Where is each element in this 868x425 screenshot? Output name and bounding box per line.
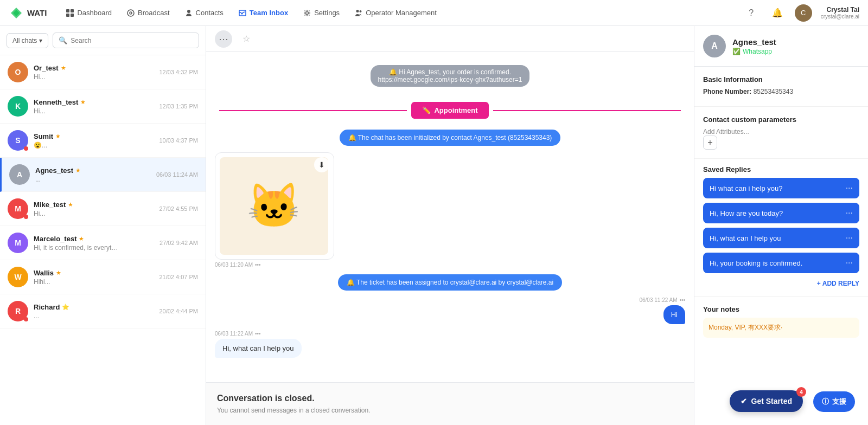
get-started-badge: 4 — [796, 387, 806, 397]
chat-item-wallis[interactable]: W Wallis ★ Hihi... 21/02 4:07 PM — [0, 260, 206, 294]
chat-item-marcelo[interactable]: M Marcelo_test ★ Hi, it is confirmed, is… — [0, 226, 206, 260]
left-divider — [219, 110, 407, 111]
support-label: 支援 — [832, 397, 846, 407]
main-layout: All chats ▾ 🔍 O Or_test ★ Hi... 12 — [0, 26, 868, 425]
chat-preview: Hi, it is confirmed, is everything ok?..… — [34, 244, 120, 252]
add-attribute-button[interactable]: + — [703, 136, 717, 150]
image-message: 🐱 ⬇ 06/03 11:20 AM ••• — [215, 152, 685, 268]
chat-avatar: R — [8, 301, 28, 321]
reply-text: Hi, your booking is confirmed. — [710, 259, 802, 267]
chat-time: 06/03 11:24 AM — [156, 171, 198, 178]
logo: WATI — [9, 5, 47, 21]
chat-preview: Hi... — [34, 210, 120, 217]
support-icon: ⓘ — [822, 397, 829, 407]
add-attr-row: Add Attributes... — [703, 128, 859, 136]
contact-name: Agnes_test — [732, 37, 776, 47]
chat-name: Marcelo_test — [34, 235, 76, 243]
right-divider — [493, 110, 681, 111]
chat-preview: ... — [34, 312, 120, 320]
logo-text: WATI — [27, 8, 47, 17]
reply-item-2[interactable]: Hi, what can I help you ··· — [703, 228, 859, 248]
reply-text: Hi what can i help you? — [710, 184, 782, 192]
search-input[interactable] — [71, 37, 193, 44]
chat-time: 10/03 4:37 PM — [159, 137, 198, 144]
chat-time: 20/02 4:44 PM — [159, 308, 198, 314]
chat-preview: Hi... — [34, 73, 120, 81]
star-icon: ★ — [75, 167, 81, 174]
reply-item-3[interactable]: Hi, your booking is confirmed. ··· — [703, 253, 859, 273]
user-email: crystal@clare.ai — [821, 14, 859, 20]
star-icon: ★ — [61, 65, 66, 72]
filter-label: All chats — [12, 37, 37, 44]
star-icon: ⭐ — [62, 304, 69, 311]
add-reply-button[interactable]: + ADD REPLY — [703, 278, 859, 289]
chat-name-row: Sumit ★ — [34, 132, 154, 140]
star-icon: ★ — [79, 235, 84, 242]
whatsapp-label: Whatsapp — [743, 48, 772, 55]
notifications-button[interactable]: 🔔 — [769, 4, 786, 22]
chat-avatar: A — [9, 164, 30, 185]
whatsapp-icon: ✅ — [732, 48, 741, 55]
system-bubble: 🔔 Hi Agnes_test, your order is confirmed… — [371, 65, 530, 87]
closed-footer: Conversation is closed. You cannot send … — [206, 382, 694, 425]
chat-item-kenneth[interactable]: K Kenneth_test ★ Hi... 12/03 1:35 PM — [0, 89, 206, 124]
out-text: Hi — [671, 311, 678, 319]
chat-time: 12/03 1:35 PM — [159, 103, 198, 110]
sidebar-header: All chats ▾ 🔍 — [0, 26, 206, 55]
more-options-button[interactable]: ⋯ — [215, 30, 232, 48]
nav-contacts[interactable]: Contacts — [178, 5, 230, 20]
reply-item-1[interactable]: Hi, How are you today? ··· — [703, 203, 859, 223]
chat-name-row: Mike_test ★ — [34, 201, 154, 209]
chat-name: Or_test — [34, 64, 59, 72]
nav-team-inbox[interactable]: Team Inbox — [232, 5, 295, 20]
assigned-bubble: 🔔 The ticket has been assigned to crysta… — [338, 274, 562, 291]
svg-rect-1 — [71, 9, 74, 12]
reply-item-0[interactable]: Hi what can i help you? ··· — [703, 178, 859, 198]
support-button[interactable]: ⓘ 支援 — [813, 391, 855, 412]
contact-info: Agnes_test ✅ Whatsapp — [732, 37, 776, 55]
reply-more-icon[interactable]: ··· — [846, 208, 853, 218]
nav-items: Dashboard Broadcast Contacts Team Inbox … — [60, 5, 729, 20]
nav-operator[interactable]: Operator Management — [348, 5, 443, 20]
chat-item-or_test[interactable]: O Or_test ★ Hi... 12/03 4:32 PM — [0, 55, 206, 89]
note-text: Monday, VIP, 有XXX要求· — [703, 318, 859, 338]
dots-icon-3: ••• — [255, 331, 261, 337]
init-bubble: 🔔 The chat has been initialized by conta… — [340, 130, 561, 146]
chat-filter-dropdown[interactable]: All chats ▾ — [7, 33, 48, 48]
reply-more-icon[interactable]: ··· — [846, 258, 853, 268]
user-info: Crystal Tai crystal@clare.ai — [821, 6, 859, 20]
get-started-button[interactable]: ✔ Get Started 4 — [730, 390, 803, 412]
messages-container: 🔔 Hi Agnes_test, your order is confirmed… — [206, 52, 694, 382]
chat-item-sumit[interactable]: S Sumit ★ 😮... 10/03 4:37 PM — [0, 124, 206, 158]
sidebar: All chats ▾ 🔍 O Or_test ★ Hi... 12 — [0, 26, 206, 425]
assigned-message: 🔔 The ticket has been assigned to crysta… — [215, 274, 685, 291]
in-text: Hi, what can I help you — [222, 344, 294, 352]
chat-avatar: M — [8, 198, 28, 219]
reply-more-icon[interactable]: ··· — [846, 233, 853, 243]
chat-item-richard[interactable]: R Richard ⭐ ... 20/02 4:44 PM — [0, 294, 206, 329]
chat-avatar: W — [8, 267, 28, 287]
chat-item-mike[interactable]: M Mike_test ★ Hi... 27/02 4:55 PM — [0, 192, 206, 226]
nav-dashboard[interactable]: Dashboard — [60, 5, 118, 20]
chat-avatar: O — [8, 62, 28, 82]
bell-icon-3: 🔔 — [347, 279, 356, 286]
star-icon: ★ — [68, 201, 73, 208]
download-button[interactable]: ⬇ — [314, 157, 329, 172]
chat-list: O Or_test ★ Hi... 12/03 4:32 PM K Kennet… — [0, 55, 206, 425]
svg-point-5 — [130, 12, 132, 14]
user-avatar[interactable]: C — [795, 4, 812, 22]
chat-item-agnes[interactable]: A Agnes_test ★ ... 06/03 11:24 AM — [0, 158, 206, 192]
reply-more-icon[interactable]: ··· — [846, 183, 853, 193]
right-panel: A Agnes_test ✅ Whatsapp Basic Informatio… — [694, 26, 868, 425]
nav-broadcast[interactable]: Broadcast — [120, 5, 176, 20]
chat-header-actions: ⋯ ☆ — [215, 30, 255, 48]
chat-avatar: K — [8, 96, 28, 117]
star-button[interactable]: ☆ — [238, 30, 255, 48]
init-message: 🔔 The chat has been initialized by conta… — [215, 130, 685, 146]
pencil-icon: ✏️ — [422, 106, 431, 114]
nav-settings[interactable]: Settings — [297, 5, 346, 20]
appointment-button[interactable]: ✏️ Appointment — [411, 102, 488, 119]
add-attr-label: Add Attributes... — [703, 128, 749, 136]
closed-title: Conversation is closed. — [217, 394, 683, 403]
help-button[interactable]: ? — [743, 4, 760, 22]
